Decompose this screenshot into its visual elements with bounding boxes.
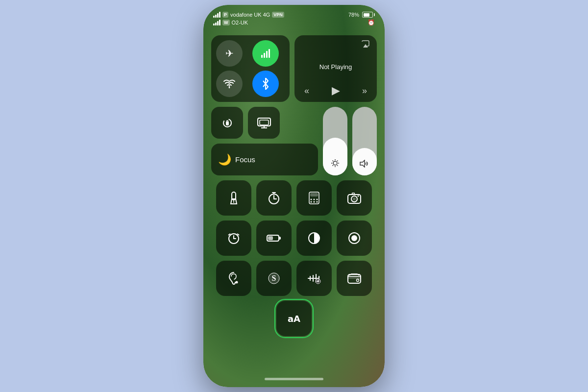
row-connectivity-nowplaying: ✈ xyxy=(211,35,377,102)
rotation-lock-button[interactable] xyxy=(211,107,243,139)
timer-button[interactable] xyxy=(256,180,292,216)
svg-rect-0 xyxy=(261,55,263,58)
svg-rect-48 xyxy=(279,237,281,240)
svg-point-35 xyxy=(311,201,312,203)
battery-status-button[interactable] xyxy=(256,220,292,256)
utility-row-2 xyxy=(211,220,377,256)
signal-bar xyxy=(219,12,220,18)
carrier1-badge: P xyxy=(222,12,228,18)
screen-record-button[interactable] xyxy=(337,220,372,256)
now-playing-title: Not Playing xyxy=(301,61,370,73)
battery-icon xyxy=(362,12,375,18)
hearing-button[interactable] xyxy=(216,261,251,296)
home-indicator[interactable] xyxy=(203,374,385,387)
dark-mode-icon xyxy=(308,232,320,245)
airplane-mode-button[interactable]: ✈ xyxy=(216,40,243,67)
svg-point-36 xyxy=(314,201,315,203)
utility-row-4: aA xyxy=(211,301,377,336)
status-bar: P vodafone UK 4G VPN 78% xyxy=(203,5,385,31)
battery-fill xyxy=(364,13,370,17)
sliders-group xyxy=(323,107,377,175)
calculator-button[interactable] xyxy=(296,180,332,216)
shazam-icon: S xyxy=(268,272,280,285)
cellular-icon xyxy=(260,48,271,59)
volume-icon xyxy=(360,160,369,170)
now-playing-header xyxy=(301,40,370,49)
cellular-data-button[interactable] xyxy=(252,40,279,67)
wallet-icon xyxy=(347,272,361,284)
phone-frame: P vodafone UK 4G VPN 78% xyxy=(203,5,385,387)
svg-line-19 xyxy=(337,161,338,162)
svg-point-12 xyxy=(333,161,337,165)
wallet-button[interactable] xyxy=(337,261,372,296)
svg-line-17 xyxy=(333,161,334,162)
signal-bars-1 xyxy=(213,12,220,18)
wifi-button[interactable] xyxy=(216,71,243,97)
bluetooth-button[interactable] xyxy=(252,71,279,97)
flashlight-button[interactable] xyxy=(216,180,251,216)
utility-row-1 xyxy=(211,180,377,216)
svg-text:S: S xyxy=(272,274,276,282)
forward-button[interactable]: » xyxy=(362,86,367,96)
svg-point-32 xyxy=(311,199,312,200)
now-playing-block[interactable]: Not Playing « ▶ » xyxy=(294,35,377,102)
carrier2-name: O2-UK xyxy=(232,20,248,25)
signal-bar xyxy=(213,16,215,18)
airplay-icon[interactable] xyxy=(361,40,370,49)
battery-status-icon xyxy=(267,233,281,243)
svg-point-71 xyxy=(357,279,359,282)
camera-button[interactable] xyxy=(337,180,372,216)
volume-svg xyxy=(360,160,369,168)
dark-mode-button[interactable] xyxy=(296,220,332,256)
media-controls: « ▶ » xyxy=(301,84,370,97)
screen-mirror-icon xyxy=(257,118,271,128)
now-playing-info: Not Playing xyxy=(301,61,370,73)
focus-button[interactable]: 🌙 Focus xyxy=(211,144,318,175)
brightness-icon xyxy=(331,159,340,170)
shazam-button[interactable]: S xyxy=(256,261,292,296)
status-left-1: P vodafone UK 4G VPN xyxy=(213,12,284,18)
phone-content: P vodafone UK 4G VPN 78% xyxy=(203,5,385,387)
screen-mirror-button[interactable] xyxy=(248,107,280,139)
carrier2-badge: W xyxy=(222,20,230,25)
signal-bars-2 xyxy=(213,20,220,25)
signal-bar xyxy=(213,24,215,25)
svg-rect-31 xyxy=(310,193,318,196)
voice-control-button[interactable] xyxy=(296,261,332,296)
svg-point-53 xyxy=(236,281,238,284)
text-size-button[interactable]: aA xyxy=(276,301,312,336)
control-center-grid: ✈ xyxy=(203,31,385,374)
focus-label: Focus xyxy=(235,155,255,164)
signal-bar xyxy=(217,13,219,18)
battery-body xyxy=(362,12,373,18)
calculator-icon xyxy=(308,191,320,205)
svg-rect-2 xyxy=(266,51,268,58)
signal-bar xyxy=(219,20,220,25)
svg-rect-1 xyxy=(264,53,265,58)
battery-percent: 78% xyxy=(348,12,359,18)
brightness-slider[interactable] xyxy=(323,107,347,175)
svg-rect-3 xyxy=(269,49,270,58)
airplane-icon: ✈ xyxy=(225,48,234,59)
voice-control-icon xyxy=(307,272,321,284)
volume-slider[interactable] xyxy=(352,107,377,175)
carrier1-name: vodafone UK 4G xyxy=(230,12,270,18)
rewind-button[interactable]: « xyxy=(304,86,309,96)
alarm-icon xyxy=(227,232,241,245)
svg-line-20 xyxy=(333,165,334,166)
hearing-icon xyxy=(228,271,239,285)
left-col: 🌙 Focus xyxy=(211,107,318,175)
svg-point-52 xyxy=(351,235,357,241)
rotation-lock-icon xyxy=(221,117,233,129)
svg-point-33 xyxy=(314,199,315,200)
alarm-status-icon: ⏰ xyxy=(368,19,375,26)
bluetooth-icon xyxy=(262,78,270,90)
svg-point-40 xyxy=(353,197,356,200)
svg-point-37 xyxy=(317,201,318,203)
timer-icon xyxy=(268,192,280,204)
play-button[interactable]: ▶ xyxy=(332,84,340,97)
alarm-button[interactable] xyxy=(216,220,251,256)
utility-row-3: S xyxy=(211,261,377,296)
status-right-2: ⏰ xyxy=(368,19,375,26)
camera-icon xyxy=(347,192,361,204)
